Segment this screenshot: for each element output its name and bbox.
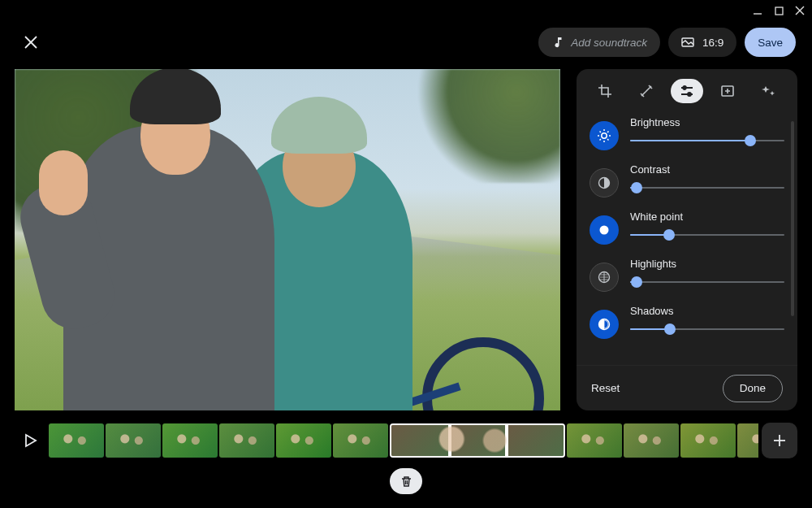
edit-panel: BrightnessContrastWhite pointHighlightsS… <box>577 69 797 410</box>
adjust-shadows: Shadows <box>590 305 784 339</box>
clip-thumbnail[interactable] <box>737 423 758 458</box>
soundtrack-label: Add soundtrack <box>571 37 647 49</box>
svg-point-14 <box>600 226 609 235</box>
tab-markup[interactable] <box>753 79 785 103</box>
contrast-slider[interactable] <box>630 180 784 195</box>
clip-thumbnail[interactable] <box>276 423 331 458</box>
svg-rect-1 <box>775 7 783 15</box>
tab-filters[interactable] <box>711 79 744 103</box>
clip-selected-range[interactable] <box>390 423 565 458</box>
clip-thumbnail[interactable] <box>333 423 388 458</box>
svg-point-12 <box>602 133 607 138</box>
edit-tool-tabs <box>577 69 797 113</box>
shadows-icon[interactable] <box>590 310 619 339</box>
contrast-label: Contrast <box>630 163 784 176</box>
top-toolbar: Add soundtrack 16:9 Save <box>0 26 812 59</box>
reset-button[interactable]: Reset <box>591 382 620 394</box>
adjust-white_point: White point <box>590 211 784 245</box>
brightness-icon[interactable] <box>590 121 619 150</box>
panel-scrollbar[interactable] <box>791 121 794 316</box>
clip-thumbnail[interactable] <box>219 423 274 458</box>
save-button[interactable]: Save <box>745 28 796 57</box>
delete-clip-button[interactable] <box>390 468 422 494</box>
aspect-ratio-button[interactable]: 16:9 <box>668 28 736 57</box>
clip-list[interactable] <box>49 423 758 458</box>
music-note-icon <box>551 37 563 48</box>
highlights-label: Highlights <box>630 258 784 270</box>
tab-tools[interactable] <box>630 79 663 103</box>
highlights-slider[interactable] <box>630 275 784 289</box>
clip-thumbnail[interactable] <box>680 423 736 458</box>
add-clip-button[interactable] <box>762 423 797 458</box>
highlights-icon[interactable] <box>590 263 619 292</box>
clip-thumbnail[interactable] <box>567 423 622 458</box>
svg-marker-17 <box>26 435 36 446</box>
add-soundtrack-button[interactable]: Add soundtrack <box>538 28 660 57</box>
svg-point-10 <box>688 93 691 96</box>
brightness-label: Brightness <box>630 116 784 128</box>
clip-filmstrip <box>15 423 797 458</box>
adjust-brightness: Brightness <box>590 116 784 150</box>
contrast-icon[interactable] <box>590 168 619 198</box>
close-editor-button[interactable] <box>16 28 45 57</box>
shadows-label: Shadows <box>630 305 784 317</box>
save-label: Save <box>758 37 783 49</box>
done-button[interactable]: Done <box>723 375 783 402</box>
tab-crop[interactable] <box>589 79 621 103</box>
window-maximize-icon[interactable] <box>773 5 784 16</box>
clip-thumbnail[interactable] <box>162 423 218 458</box>
adjust-highlights: Highlights <box>590 258 784 292</box>
aspect-icon <box>681 37 694 48</box>
window-close-icon[interactable] <box>794 5 806 16</box>
brightness-slider[interactable] <box>630 133 784 148</box>
white_point-label: White point <box>630 211 784 223</box>
tab-adjust[interactable] <box>671 79 703 103</box>
svg-point-9 <box>683 86 686 89</box>
aspect-label: 16:9 <box>702 37 723 49</box>
adjustment-sliders: BrightnessContrastWhite pointHighlightsS… <box>577 113 797 365</box>
white_point-icon[interactable] <box>590 215 619 245</box>
play-button[interactable] <box>15 423 45 458</box>
window-minimize-icon[interactable] <box>752 5 763 16</box>
white_point-slider[interactable] <box>630 228 784 242</box>
clip-thumbnail[interactable] <box>49 423 104 458</box>
clip-thumbnail[interactable] <box>624 423 679 458</box>
adjust-contrast: Contrast <box>590 163 784 198</box>
clip-thumbnail[interactable] <box>106 423 161 458</box>
photo-preview[interactable] <box>15 69 560 410</box>
shadows-slider[interactable] <box>630 322 784 336</box>
